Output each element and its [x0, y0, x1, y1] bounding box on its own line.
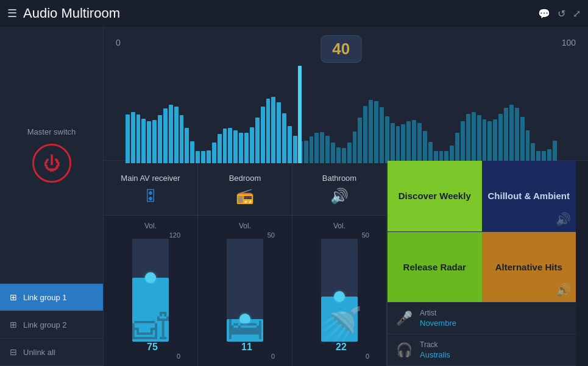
device-bathroom-vol-label: Vol. — [333, 222, 345, 230]
device-bedroom: Bedroom 📻 Vol. 50 11 0 — [198, 161, 292, 366]
device-bedroom-vol[interactable]: Vol. 50 11 0 🛏 — [198, 216, 292, 366]
artist-label: Artist — [420, 309, 456, 317]
header-actions: 💬 ↺ ⤢ — [538, 8, 581, 19]
speaker-icon-2: 🔊 — [556, 283, 571, 297]
alternative-hits-label: Alternative Hits — [495, 262, 562, 272]
power-icon: ⏻ — [43, 153, 60, 174]
device-main-av-icon: 🎛 — [143, 188, 158, 205]
speaker-icon: 🔊 — [556, 212, 571, 227]
vol-max-label: 100 — [562, 33, 576, 48]
release-radar-tile[interactable]: Release Radar — [388, 232, 482, 303]
playlist-row-top: Discover Weekly Chillout & Ambient 🔊 — [388, 161, 576, 232]
master-switch-panel: Master switch ⏻ — [0, 27, 103, 284]
chat-icon[interactable]: 💬 — [538, 8, 550, 19]
chillout-ambient-label: Chillout & Ambient — [488, 191, 570, 201]
link-group-2-button[interactable]: ⊞ Link group 2 — [0, 311, 103, 339]
track-info-row: 🎧 Track Australis — [388, 334, 576, 366]
unlink-all-label: Unlink all — [23, 348, 55, 357]
device-main-av-header: Main AV receiver 🎛 — [104, 161, 197, 216]
device-main-av: Main AV receiver 🎛 Vol. 120 75 — [104, 161, 198, 366]
link-group-1-label: Link group 1 — [23, 293, 67, 302]
discover-weekly-tile[interactable]: Discover Weekly — [388, 161, 482, 231]
discover-weekly-label: Discover Weekly — [398, 191, 471, 201]
artist-value: Novembre — [420, 318, 456, 328]
master-volume-value: 40 — [321, 35, 361, 63]
device-grid: Main AV receiver 🎛 Vol. 120 75 — [104, 161, 588, 366]
device-main-av-vol[interactable]: Vol. 120 75 0 🛋 — [104, 216, 197, 366]
device-bathroom-icon: 🔊 — [330, 188, 349, 205]
device-bathroom-name: Bathroom — [322, 174, 356, 183]
microphone-icon: 🎤 — [396, 311, 413, 326]
refresh-icon[interactable]: ↺ — [558, 8, 565, 19]
device-bathroom-bg-icon: 🚿 — [317, 304, 363, 348]
device-bathroom-vol[interactable]: Vol. 50 22 0 🚿 — [292, 216, 386, 366]
device-bedroom-name: Bedroom — [229, 174, 261, 183]
device-bathroom-vol-max: 50 — [362, 231, 369, 239]
chillout-ambient-tile[interactable]: Chillout & Ambient 🔊 — [482, 161, 576, 231]
track-value: Australis — [420, 350, 450, 359]
release-radar-label: Release Radar — [403, 262, 466, 272]
device-bedroom-header: Bedroom 📻 — [198, 161, 292, 216]
device-bathroom-vol-min: 0 — [366, 353, 369, 360]
track-label: Track — [420, 340, 450, 349]
link-group-1-button[interactable]: ⊞ Link group 1 — [0, 284, 103, 311]
device-main-av-vol-label: Vol. — [144, 222, 157, 230]
master-volume-area[interactable]: 0 40 100 — [104, 27, 588, 161]
main-area: Master switch ⏻ ⊞ Link group 1 ⊞ Link gr… — [0, 27, 588, 366]
artist-info-row: 🎤 Artist Novembre — [388, 303, 576, 334]
header: ☰ Audio Multiroom 💬 ↺ ⤢ — [0, 0, 588, 27]
sidebar: Master switch ⏻ ⊞ Link group 1 ⊞ Link gr… — [0, 27, 104, 366]
device-main-av-vol-max: 120 — [169, 231, 180, 239]
device-main-av-thumb[interactable] — [145, 272, 156, 283]
device-main-av-bg-icon: 🛋 — [132, 306, 169, 348]
link-icon-1: ⊞ — [10, 292, 17, 302]
playlist-panel: Discover Weekly Chillout & Ambient 🔊 Rel… — [387, 161, 576, 366]
link-icon-2: ⊞ — [10, 320, 17, 329]
device-bedroom-bg-icon: 🛏 — [227, 306, 263, 348]
unlink-all-button[interactable]: ⊟ Unlink all — [0, 339, 103, 366]
headphones-icon: 🎧 — [396, 342, 413, 358]
device-bedroom-icon: 📻 — [236, 188, 254, 205]
volume-bars — [126, 66, 557, 163]
playlist-row-middle: Release Radar Alternative Hits 🔊 — [388, 232, 576, 303]
device-bathroom-header: Bathroom 🔊 — [292, 161, 386, 216]
unlink-icon: ⊟ — [10, 347, 17, 357]
device-bathroom: Bathroom 🔊 Vol. 50 22 0 — [292, 161, 387, 366]
power-button[interactable]: ⏻ — [32, 144, 71, 183]
alternative-hits-tile[interactable]: Alternative Hits 🔊 — [482, 232, 576, 303]
fullscreen-icon[interactable]: ⤢ — [573, 8, 581, 19]
menu-icon[interactable]: ☰ — [7, 7, 17, 20]
device-main-av-vol-min: 0 — [177, 353, 180, 360]
app-title: Audio Multiroom — [23, 5, 532, 21]
device-bedroom-vol-label: Vol. — [239, 222, 251, 230]
artist-info-text: Artist Novembre — [420, 309, 456, 328]
link-group-2-label: Link group 2 — [23, 320, 67, 329]
master-volume-slider[interactable]: 40 — [126, 33, 557, 154]
track-info-text: Track Australis — [420, 340, 450, 359]
device-bedroom-vol-max: 50 — [267, 231, 275, 239]
vol-min-label: 0 — [116, 33, 121, 48]
content-area: 0 40 100 Main AV receiver 🎛 Vol. 120 — [104, 27, 588, 366]
device-main-av-name: Main AV receiver — [121, 174, 180, 183]
master-switch-label: Master switch — [27, 127, 76, 136]
device-bedroom-vol-min: 0 — [271, 353, 275, 360]
device-bathroom-thumb[interactable] — [334, 291, 345, 302]
